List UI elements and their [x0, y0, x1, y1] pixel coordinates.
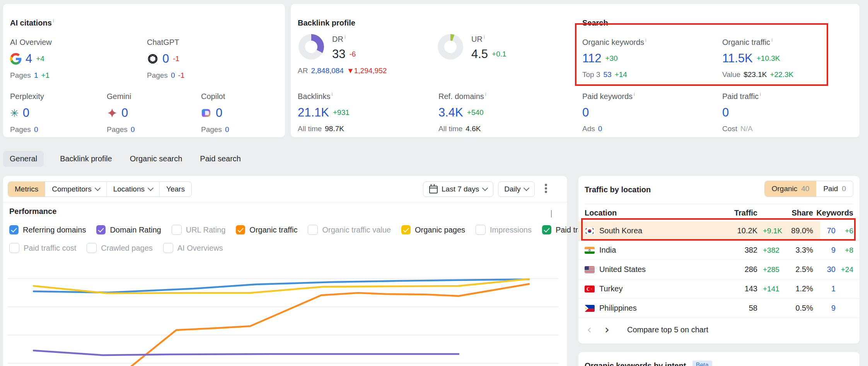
metric-value-row: 3.4K +540 — [438, 106, 486, 120]
metric-value[interactable]: 0 — [582, 106, 589, 120]
ai-stat-value[interactable]: 0 — [121, 106, 128, 120]
years-filter-button[interactable]: Years — [159, 182, 191, 197]
chart-line-domain-rating — [34, 351, 459, 355]
dr-value: 33 — [332, 47, 345, 61]
metric-value[interactable]: 11.5K — [722, 51, 753, 65]
metric-value[interactable]: 21.1K — [298, 106, 329, 120]
location-row-turkey[interactable]: Turkey 143 +141 1.2% 1 — [578, 279, 859, 299]
info-icon[interactable]: i — [331, 91, 333, 97]
granularity-button[interactable]: Daily — [498, 181, 535, 197]
checkbox-label: Referring domains — [23, 226, 86, 234]
ai-stat-value[interactable]: 0 — [23, 106, 29, 120]
metric-sub-value: 4.6K — [466, 125, 481, 133]
metric-checkbox-crawled-pages[interactable]: Crawled pages — [87, 243, 152, 253]
toggle-paid[interactable]: Paid0 — [816, 181, 853, 197]
metric-checkbox-url-rating[interactable]: URL Rating — [172, 225, 226, 235]
metric-sub-value[interactable]: 53 — [603, 70, 611, 79]
info-icon[interactable]: i — [53, 18, 54, 24]
ai-stat-pages-row: Pages0-1 — [147, 71, 184, 80]
traffic-value: 58 — [719, 304, 757, 313]
keywords-value[interactable]: 9 — [813, 246, 836, 255]
filter-segmented-control: Metrics Competitors Locations Years — [8, 181, 192, 197]
collapse-section-button[interactable] — [551, 210, 552, 217]
checkbox-icon — [236, 225, 245, 234]
metric-sub-value[interactable]: 0 — [598, 125, 602, 133]
metric-sub-value: 98.7K — [325, 125, 344, 133]
share-value: 89.0% — [779, 226, 813, 235]
tab-paid-search[interactable]: Paid search — [198, 151, 242, 167]
metric-checkbox-domain-rating[interactable]: Domain Rating — [96, 225, 161, 234]
ai-stat-value[interactable]: 0 — [216, 106, 222, 120]
tab-general[interactable]: General — [3, 151, 44, 167]
pages-value[interactable]: 0 — [131, 125, 135, 134]
ur-value: 4.5 — [471, 47, 488, 61]
date-range-button[interactable]: Last 7 days — [423, 181, 493, 197]
metric-label: Backlinksi — [298, 92, 350, 101]
info-icon[interactable]: i — [634, 91, 635, 97]
traffic-by-location-panel: Traffic by location Organic40 Paid0 Loca… — [578, 176, 859, 344]
compare-top5-link[interactable]: Compare top 5 on chart — [627, 325, 708, 334]
metric-checkbox-organic-traffic-value[interactable]: Organic traffic value — [308, 225, 391, 235]
col-share[interactable]: Share — [779, 209, 813, 217]
col-keywords[interactable]: Keywords — [813, 209, 853, 217]
locations-filter-button[interactable]: Locations — [106, 182, 159, 197]
location-row-united-states[interactable]: United States 286 +285 2.5% 30 +24 — [578, 260, 859, 279]
metric-value[interactable]: 3.4K — [438, 106, 463, 120]
pages-value[interactable]: 0 — [171, 71, 175, 80]
info-icon[interactable]: i — [344, 34, 346, 40]
metric-checkbox-organic-traffic[interactable]: Organic traffic — [236, 225, 297, 234]
metric-checkbox-paid-traffic-cost[interactable]: Paid traffic cost — [9, 243, 76, 253]
pages-value[interactable]: 0 — [225, 125, 229, 134]
info-icon[interactable]: i — [760, 91, 761, 97]
metric-value[interactable]: 112 — [582, 51, 601, 65]
ai-stat-value[interactable]: 0 — [162, 52, 169, 66]
info-icon[interactable]: i — [484, 34, 485, 40]
info-icon[interactable]: i — [771, 37, 773, 43]
metric-sub-row: Top 353+14 — [582, 70, 646, 79]
keywords-value[interactable]: 70 — [813, 226, 836, 235]
ai-stat-copilot: Copilot 0 Pages0 — [201, 92, 229, 134]
pages-value: Pages — [107, 125, 128, 134]
checkbox-label: URL Rating — [186, 226, 226, 234]
info-icon[interactable]: i — [645, 37, 646, 43]
ar-value[interactable]: 2,848,084 — [311, 67, 344, 75]
competitors-filter-button[interactable]: Competitors — [45, 182, 106, 197]
ai-stat-value[interactable]: 4 — [26, 52, 32, 66]
keywords-value[interactable]: 9 — [813, 304, 836, 313]
performance-chart[interactable] — [3, 255, 567, 366]
pages-value[interactable]: 0 — [34, 125, 38, 134]
info-icon[interactable]: i — [485, 91, 486, 97]
metric-checkbox-referring-domains[interactable]: Referring domains — [9, 225, 86, 234]
metric-block-ref-domains: Ref. domainsi 3.4K +540 All time4.6K — [438, 92, 486, 133]
metric-checkbox-impressions[interactable]: Impressions — [476, 225, 532, 235]
tab-backlink-profile[interactable]: Backlink profile — [58, 151, 114, 167]
share-value: 0.5% — [779, 304, 813, 313]
ai-stat-delta: +4 — [36, 55, 44, 63]
tab-organic-search[interactable]: Organic search — [128, 151, 184, 167]
checkbox-label: Organic traffic value — [322, 226, 391, 234]
metric-value-row: 21.1K +931 — [298, 106, 350, 120]
prev-page-arrow[interactable]: ‹ — [587, 324, 592, 335]
metric-value[interactable]: 0 — [722, 106, 729, 120]
col-traffic[interactable]: Traffic — [719, 209, 757, 217]
ur-label: URi — [471, 35, 485, 44]
col-location[interactable]: Location — [585, 209, 719, 217]
location-row-south-korea[interactable]: South Korea 10.2K +9.1K 89.0% 70 +6 — [578, 221, 859, 241]
next-page-arrow[interactable]: › — [605, 324, 609, 335]
toggle-organic[interactable]: Organic40 — [765, 181, 817, 197]
location-row-india[interactable]: India 382 +382 3.3% 9 +8 — [578, 241, 859, 260]
metric-sub-value: All time — [298, 125, 322, 133]
metric-checkbox-organic-pages[interactable]: Organic pages — [401, 225, 465, 234]
pages-value[interactable]: 1 — [34, 71, 38, 80]
dr-donut-chart — [298, 34, 324, 60]
metric-label: Paid traffici — [722, 92, 761, 101]
metrics-filter-button[interactable]: Metrics — [8, 182, 45, 197]
metric-checkbox-ai-overviews[interactable]: AI Overviews — [163, 243, 223, 253]
location-name: Turkey — [599, 284, 719, 293]
location-row-philippines[interactable]: Philippines 58 0.5% 9 — [578, 299, 859, 318]
keywords-value[interactable]: 1 — [813, 284, 836, 293]
metric-sub-value: $23.1K — [744, 70, 767, 79]
ai-stat-label: Perplexity — [10, 92, 44, 101]
keywords-value[interactable]: 30 — [813, 265, 836, 274]
metric-sub-value: Value — [722, 70, 740, 79]
